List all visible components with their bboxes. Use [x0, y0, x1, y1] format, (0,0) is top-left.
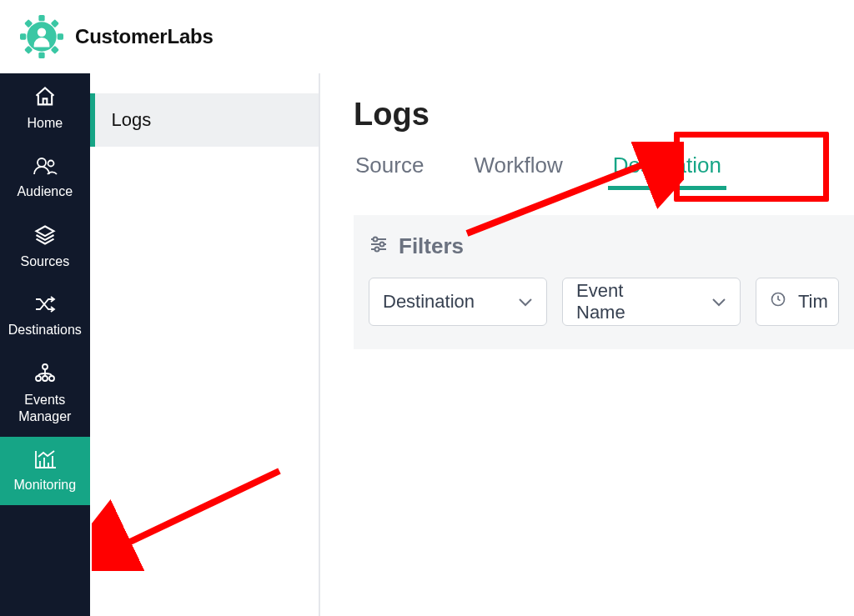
brand: CustomerLabs [20, 15, 214, 58]
sidebar-item-label: Audience [17, 183, 73, 200]
chart-icon [33, 448, 57, 470]
sidebar-item-monitoring[interactable]: Monitoring [0, 437, 90, 505]
sidebar-item-label: Home [27, 115, 63, 132]
tab-source[interactable]: Source [354, 148, 425, 188]
svg-point-15 [49, 376, 54, 381]
svg-point-13 [36, 376, 41, 381]
tab-label: Workflow [474, 153, 562, 178]
tab-label: Destination [613, 153, 721, 178]
brand-logo-icon [20, 15, 63, 58]
brand-name: CustomerLabs [75, 25, 214, 48]
filter-time-dropdown[interactable]: Tim [756, 278, 839, 326]
shuffle-icon [33, 293, 57, 315]
sub-sidebar: Logs [90, 73, 320, 616]
tab-workflow[interactable]: Workflow [472, 148, 564, 188]
main: Logs Source Workflow Destination [320, 73, 854, 616]
sliders-icon [369, 233, 389, 259]
filters-heading: Filters [369, 233, 839, 259]
events-icon [33, 362, 57, 385]
sidebar-item-label: Destinations [8, 322, 82, 338]
sidebar: Home Audience Sources [0, 73, 90, 616]
svg-point-9 [38, 28, 46, 37]
svg-point-14 [43, 376, 48, 381]
chevron-down-icon [518, 291, 533, 313]
page-title: Logs [354, 97, 854, 133]
filter-row: Destination Event Name [369, 278, 839, 326]
svg-rect-1 [38, 53, 44, 58]
svg-rect-2 [20, 33, 26, 39]
filter-label: Tim [798, 291, 828, 313]
filter-event-name-dropdown[interactable]: Event Name [562, 278, 741, 326]
filters-heading-label: Filters [399, 233, 464, 259]
tab-label: Source [355, 153, 424, 178]
sidebar-item-audience[interactable]: Audience [0, 143, 90, 212]
clock-icon [770, 291, 786, 313]
subnav-item-logs[interactable]: Logs [90, 93, 319, 147]
sidebar-item-home[interactable]: Home [0, 73, 90, 143]
subnav-item-label: Logs [112, 109, 152, 131]
svg-rect-3 [58, 33, 63, 39]
tabs: Source Workflow Destination [354, 148, 854, 188]
sidebar-item-events-manager[interactable]: Events Manager [0, 350, 90, 437]
sidebar-item-label: Sources [20, 253, 69, 270]
svg-rect-0 [38, 15, 44, 21]
filter-label: Event Name [576, 280, 668, 323]
svg-point-16 [374, 238, 378, 242]
filter-label: Destination [383, 291, 475, 313]
tab-destination[interactable]: Destination [611, 148, 723, 188]
svg-point-18 [375, 248, 379, 252]
chevron-down-icon [711, 291, 726, 313]
sidebar-item-label: Monitoring [13, 477, 76, 493]
sidebar-item-sources[interactable]: Sources [0, 212, 90, 282]
svg-point-11 [48, 161, 53, 167]
topbar: CustomerLabs [0, 0, 854, 73]
audience-icon [33, 155, 58, 177]
svg-point-10 [38, 158, 46, 167]
home-icon [33, 85, 57, 108]
layers-icon [33, 223, 57, 247]
svg-point-12 [43, 364, 48, 369]
filters-panel: Filters Destination Event Name [354, 215, 854, 349]
svg-point-17 [380, 243, 384, 247]
sidebar-item-label: Events Manager [3, 392, 87, 425]
sidebar-item-destinations[interactable]: Destinations [0, 282, 90, 350]
filter-destination-dropdown[interactable]: Destination [369, 278, 547, 326]
